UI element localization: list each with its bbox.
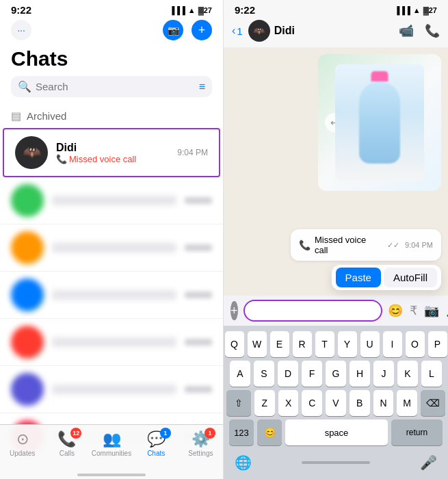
key-n[interactable]: N xyxy=(373,390,394,416)
header-actions: 📹 📞 xyxy=(399,23,440,38)
paste-button[interactable]: Paste xyxy=(336,268,381,287)
missed-call-text: Missed voice call xyxy=(315,235,382,255)
left-status-icons: ▐▐▐ ▲ ▓27 xyxy=(169,6,212,14)
chat-header-avatar: 🦇 xyxy=(248,20,270,42)
key-z[interactable]: Z xyxy=(254,390,275,416)
blur-text-5 xyxy=(52,385,176,394)
chats-icon: 💬 1 xyxy=(147,430,166,448)
key-e[interactable]: E xyxy=(270,331,289,357)
sticker-icon[interactable]: 😊 xyxy=(388,303,403,318)
signal-icon: ▐▐▐ xyxy=(169,6,185,14)
message-input[interactable] xyxy=(243,300,382,322)
battery-icon: ▓27 xyxy=(198,6,212,14)
nav-updates[interactable]: ⊙ Updates xyxy=(0,430,44,457)
key-h[interactable]: H xyxy=(350,361,370,387)
mic-input-icon[interactable]: 🎤 xyxy=(446,303,448,318)
search-icon: 🔍 xyxy=(18,80,31,93)
bottom-nav: ⊙ Updates 📞 12 Calls 👥 Communities 💬 1 C… xyxy=(0,424,223,479)
blurred-chat-3 xyxy=(0,272,223,319)
more-options-button[interactable]: ··· xyxy=(11,20,31,40)
blur-text-4 xyxy=(52,337,176,347)
wifi-icon: ▲ xyxy=(188,6,196,14)
archived-row[interactable]: ▤ Archived xyxy=(0,104,223,128)
new-chat-button[interactable]: + xyxy=(192,20,212,40)
keyboard: Q W E R T Y U I O P A S D F G H J K L ⇧ … xyxy=(224,326,448,452)
nav-calls[interactable]: 📞 12 Calls xyxy=(44,430,89,457)
blur-text-1 xyxy=(52,196,176,205)
num-key[interactable]: 123 xyxy=(229,419,254,445)
keyboard-row-1: Q W E R T Y U I O P xyxy=(226,331,445,357)
back-number: 1 xyxy=(237,25,242,37)
search-input[interactable] xyxy=(36,81,195,92)
left-top-right: 📷 + xyxy=(163,20,212,40)
key-t[interactable]: T xyxy=(315,331,334,357)
key-m[interactable]: M xyxy=(397,390,417,416)
nav-settings[interactable]: ⚙️ 1 Settings xyxy=(179,430,223,457)
microphone-icon[interactable]: 🎤 xyxy=(420,454,437,471)
keyboard-bottom-bar: 🌐 🎤 xyxy=(224,452,448,479)
keyboard-row-3: ⇧ Z X C V B N M ⌫ xyxy=(226,390,445,416)
chat-header-name: Didi xyxy=(274,25,295,37)
emoji-key[interactable]: 😊 xyxy=(257,419,282,445)
key-y[interactable]: Y xyxy=(338,331,357,357)
didi-chat-item[interactable]: 🦇 Didi 📞 Missed voice call 9:04 PM xyxy=(3,128,220,177)
key-q[interactable]: Q xyxy=(225,331,244,357)
shift-key[interactable]: ⇧ xyxy=(226,390,251,416)
key-d[interactable]: D xyxy=(278,361,298,387)
key-g[interactable]: G xyxy=(326,361,346,387)
right-battery-icon: ▓27 xyxy=(423,6,437,14)
right-wifi-icon: ▲ xyxy=(413,6,421,14)
key-o[interactable]: O xyxy=(406,331,425,357)
calls-label: Calls xyxy=(60,450,75,457)
autofill-button[interactable]: AutoFill xyxy=(384,268,437,287)
input-bar: + 😊 ₹ 📷 🎤 xyxy=(224,296,448,326)
key-b[interactable]: B xyxy=(350,390,370,416)
key-j[interactable]: J xyxy=(373,361,394,387)
key-x[interactable]: X xyxy=(278,390,299,416)
left-panel: 9:22 ▐▐▐ ▲ ▓27 ··· 📷 + Chats 🔍 ≡ ▤ Archi… xyxy=(0,0,224,479)
page-title: Chats xyxy=(0,44,223,76)
back-button[interactable]: ‹ 1 xyxy=(232,25,243,37)
filter-icon[interactable]: ≡ xyxy=(199,81,205,93)
calls-badge: 12 xyxy=(70,428,81,439)
key-k[interactable]: K xyxy=(397,361,418,387)
key-s[interactable]: S xyxy=(254,361,274,387)
nav-chats[interactable]: 💬 1 Chats xyxy=(134,430,179,457)
key-a[interactable]: A xyxy=(230,361,250,387)
key-c[interactable]: C xyxy=(302,390,322,416)
attach-button[interactable]: + xyxy=(230,301,238,320)
right-status-bar: 9:22 ▐▐▐ ▲ ▓27 xyxy=(224,0,448,17)
didi-avatar: 🦇 xyxy=(15,136,48,169)
return-key[interactable]: return xyxy=(391,419,443,445)
globe-icon[interactable]: 🌐 xyxy=(235,454,252,471)
camera-input-icon[interactable]: 📷 xyxy=(424,303,439,318)
key-l[interactable]: L xyxy=(421,361,442,387)
home-indicator-left xyxy=(77,474,146,476)
missed-call-phone-icon: 📞 xyxy=(299,240,311,250)
key-v[interactable]: V xyxy=(326,390,346,416)
key-u[interactable]: U xyxy=(360,331,380,357)
key-p[interactable]: P xyxy=(428,331,447,357)
key-f[interactable]: F xyxy=(302,361,322,387)
key-w[interactable]: W xyxy=(248,331,267,357)
search-bar[interactable]: 🔍 ≡ xyxy=(11,76,212,97)
space-key[interactable]: space xyxy=(285,419,388,445)
delete-key[interactable]: ⌫ xyxy=(421,390,445,416)
blur-avatar-3 xyxy=(11,279,44,311)
left-top-bar: ··· 📷 + xyxy=(0,17,223,44)
camera-button[interactable]: 📷 xyxy=(163,20,183,40)
voice-call-icon[interactable]: 📞 xyxy=(425,23,440,38)
chats-label: Chats xyxy=(147,450,165,457)
video-call-icon[interactable]: 📹 xyxy=(399,23,414,38)
blur-time-4 xyxy=(185,339,212,346)
missed-call-bubble: 📞 Missed voice call ✓✓ 9:04 PM xyxy=(291,229,441,261)
key-i[interactable]: I xyxy=(383,331,402,357)
key-r[interactable]: R xyxy=(293,331,312,357)
keyboard-row-2: A S D F G H J K L xyxy=(226,361,445,387)
updates-label: Updates xyxy=(10,450,35,457)
blurred-chat-2 xyxy=(0,224,223,272)
right-status-icons: ▐▐▐ ▲ ▓27 xyxy=(394,6,437,14)
nav-communities[interactable]: 👥 Communities xyxy=(89,430,133,457)
blur-avatar-1 xyxy=(11,184,44,217)
rupee-icon[interactable]: ₹ xyxy=(410,303,417,318)
